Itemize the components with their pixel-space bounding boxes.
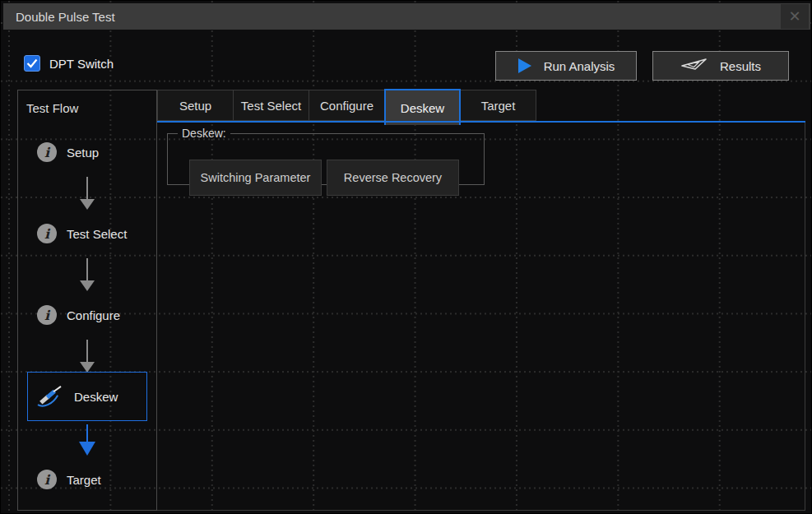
flow-step-configure[interactable]: i Configure xyxy=(19,300,154,330)
run-analysis-button[interactable]: Run Analysis xyxy=(495,51,637,81)
flow-arrow-icon xyxy=(79,177,95,210)
results-label: Results xyxy=(720,59,761,73)
test-flow-panel: Test Flow i Setup i Test Select i Config… xyxy=(17,90,157,511)
run-analysis-label: Run Analysis xyxy=(544,59,615,73)
checkbox-checked-icon xyxy=(24,55,40,72)
tab-configure[interactable]: Configure xyxy=(309,90,385,121)
play-icon xyxy=(517,58,532,74)
results-arrow-icon xyxy=(680,57,708,75)
info-icon: i xyxy=(37,470,57,489)
window-title: Double Pulse Test xyxy=(16,10,115,24)
flow-step-label: Deskew xyxy=(74,390,118,404)
tab-target[interactable]: Target xyxy=(460,90,536,121)
title-bar: Double Pulse Test ✕ xyxy=(3,3,810,30)
results-button[interactable]: Results xyxy=(652,51,789,81)
close-button[interactable]: ✕ xyxy=(781,4,809,29)
flow-step-label: Setup xyxy=(67,146,99,160)
flow-step-setup[interactable]: i Setup xyxy=(19,137,154,167)
dpt-switch-label: DPT Switch xyxy=(49,57,114,71)
tab-accent-line xyxy=(157,121,805,123)
deskew-group: Deskew: Switching Parameter Reverse Reco… xyxy=(167,127,485,185)
reverse-recovery-button[interactable]: Reverse Recovery xyxy=(327,160,459,196)
flow-step-target[interactable]: i Target xyxy=(19,465,154,494)
flow-arrow-icon xyxy=(79,424,95,456)
tab-deskew[interactable]: Deskew xyxy=(384,89,461,125)
flow-step-label: Target xyxy=(67,473,101,487)
test-flow-title: Test Flow xyxy=(26,101,78,115)
flow-step-label: Test Select xyxy=(67,227,127,241)
deskew-group-label: Deskew: xyxy=(178,127,230,140)
flow-step-deskew[interactable]: Deskew xyxy=(27,372,147,421)
check-icon xyxy=(26,58,38,68)
deskew-tab-panel: Deskew: Switching Parameter Reverse Reco… xyxy=(157,123,805,511)
info-icon: i xyxy=(37,142,57,162)
deskew-probe-icon xyxy=(35,385,63,408)
dpt-switch-checkbox[interactable]: DPT Switch xyxy=(24,53,114,73)
tab-test-select[interactable]: Test Select xyxy=(233,90,309,121)
close-icon: ✕ xyxy=(788,7,800,25)
switching-parameter-button[interactable]: Switching Parameter xyxy=(189,160,322,196)
tab-setup[interactable]: Setup xyxy=(157,90,234,121)
flow-step-label: Configure xyxy=(67,308,120,322)
info-icon: i xyxy=(37,305,57,325)
flow-arrow-icon xyxy=(79,258,95,291)
flow-arrow-icon xyxy=(79,340,95,373)
info-icon: i xyxy=(37,224,57,243)
flow-step-test-select[interactable]: i Test Select xyxy=(19,219,154,248)
double-pulse-test-window: Double Pulse Test ✕ DPT Switch Run Analy… xyxy=(0,0,812,514)
